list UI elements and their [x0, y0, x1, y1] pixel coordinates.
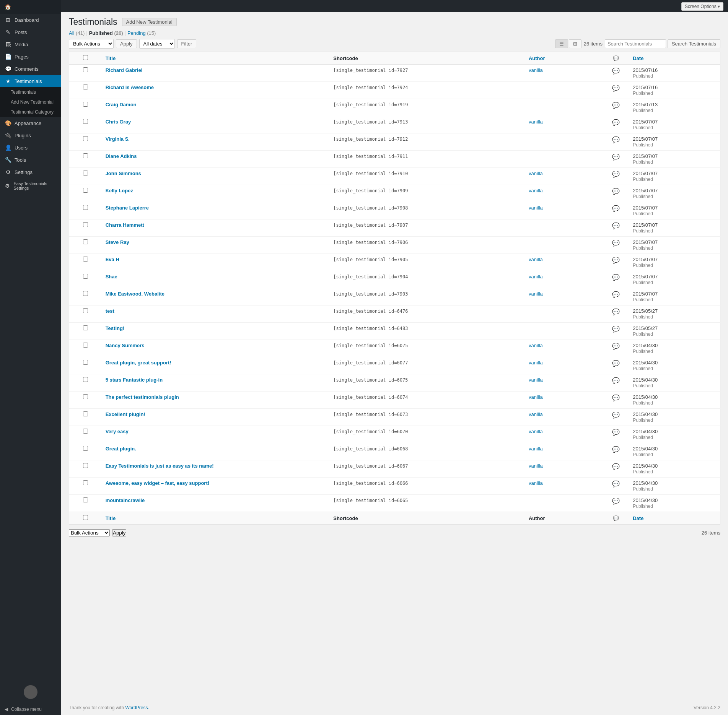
- apply-button-top[interactable]: Apply: [116, 39, 137, 48]
- row-checkbox-14[interactable]: [83, 308, 88, 313]
- row-title-link-1[interactable]: Richard is Awesome: [106, 84, 154, 90]
- row-title-link-21[interactable]: Very easy: [106, 429, 129, 434]
- row-author-link-21[interactable]: vanilla: [529, 429, 543, 434]
- filter-button[interactable]: Filter: [177, 39, 197, 48]
- row-author-link-11[interactable]: vanilla: [529, 257, 543, 262]
- row-checkbox-11[interactable]: [83, 257, 88, 262]
- row-title-link-2[interactable]: Craig Damon: [106, 102, 137, 107]
- add-new-testimonial-button[interactable]: Add New Testimonial: [122, 18, 177, 26]
- row-title-link-4[interactable]: Virginia S.: [106, 136, 130, 142]
- row-checkbox-13[interactable]: [83, 291, 88, 296]
- row-author-link-19[interactable]: vanilla: [529, 394, 543, 400]
- row-author-link-17[interactable]: vanilla: [529, 360, 543, 366]
- sidebar-item-settings[interactable]: ⚙ Settings: [0, 166, 61, 178]
- row-author-link-6[interactable]: vanilla: [529, 171, 543, 176]
- row-title-link-13[interactable]: Mike Eastwood, Webalite: [106, 291, 164, 297]
- row-title-link-17[interactable]: Great plugin, great support!: [106, 360, 171, 366]
- grid-view-button[interactable]: ⊞: [569, 39, 581, 48]
- row-author-link-16[interactable]: vanilla: [529, 343, 543, 348]
- row-checkbox-10[interactable]: [83, 239, 88, 244]
- sidebar-logo[interactable]: 🏠: [0, 0, 61, 14]
- row-title-link-10[interactable]: Steve Ray: [106, 239, 129, 245]
- dates-select[interactable]: All dates July 2015 May 2015 April 2015: [139, 39, 175, 49]
- row-author-link-0[interactable]: vanilla: [529, 67, 543, 73]
- row-author-link-24[interactable]: vanilla: [529, 480, 543, 486]
- row-title-link-12[interactable]: Shae: [106, 274, 117, 280]
- row-title-link-24[interactable]: Awesome, easy widget – fast, easy suppor…: [106, 480, 209, 486]
- th-author-link[interactable]: Author: [529, 55, 545, 61]
- bulk-actions-select-bottom[interactable]: Bulk Actions Edit Move to Trash: [69, 529, 110, 536]
- select-all-bottom-checkbox[interactable]: [83, 515, 88, 520]
- row-title-link-9[interactable]: Charra Hammett: [106, 222, 144, 228]
- row-author-link-12[interactable]: vanilla: [529, 274, 543, 280]
- sidebar-submenu-add-new[interactable]: Add New Testimonial: [0, 97, 61, 107]
- row-checkbox-21[interactable]: [83, 429, 88, 434]
- row-title-link-11[interactable]: Eva H: [106, 257, 119, 262]
- row-author-link-20[interactable]: vanilla: [529, 411, 543, 417]
- row-checkbox-22[interactable]: [83, 446, 88, 451]
- row-checkbox-7[interactable]: [83, 188, 88, 193]
- bulk-actions-select-top[interactable]: Bulk Actions Edit Move to Trash: [69, 39, 114, 49]
- row-checkbox-0[interactable]: [83, 67, 88, 72]
- row-title-link-16[interactable]: Nancy Summers: [106, 343, 145, 348]
- row-author-link-18[interactable]: vanilla: [529, 377, 543, 383]
- sidebar-item-appearance[interactable]: 🎨 Appearance: [0, 117, 61, 129]
- th-title-link[interactable]: Title: [106, 55, 116, 61]
- row-checkbox-6[interactable]: [83, 171, 88, 176]
- row-author-link-3[interactable]: vanilla: [529, 119, 543, 125]
- select-all-checkbox[interactable]: [83, 55, 88, 60]
- row-checkbox-15[interactable]: [83, 325, 88, 330]
- sidebar-item-media[interactable]: 🖼 Media: [0, 38, 61, 50]
- sidebar-item-users[interactable]: 👤 Users: [0, 141, 61, 154]
- apply-button-bottom[interactable]: Apply: [112, 529, 126, 536]
- row-checkbox-25[interactable]: [83, 497, 88, 502]
- row-title-link-7[interactable]: Kelly Lopez: [106, 188, 133, 193]
- row-checkbox-5[interactable]: [83, 153, 88, 158]
- sidebar-item-tools[interactable]: 🔧 Tools: [0, 154, 61, 166]
- row-checkbox-24[interactable]: [83, 480, 88, 485]
- row-author-link-22[interactable]: vanilla: [529, 446, 543, 452]
- row-title-link-23[interactable]: Easy Testimonials is just as easy as its…: [106, 463, 214, 469]
- tfoot-title-link[interactable]: Title: [106, 515, 116, 521]
- row-title-link-19[interactable]: The perfect testimonials plugin: [106, 394, 179, 400]
- sidebar-item-pages[interactable]: 📄 Pages: [0, 50, 61, 63]
- sidebar-submenu-category[interactable]: Testimonial Category: [0, 107, 61, 117]
- row-title-link-6[interactable]: John Simmons: [106, 171, 141, 176]
- row-title-link-3[interactable]: Chris Gray: [106, 119, 131, 125]
- row-checkbox-23[interactable]: [83, 463, 88, 468]
- row-checkbox-8[interactable]: [83, 205, 88, 210]
- sidebar-item-posts[interactable]: ✎ Posts: [0, 26, 61, 38]
- screen-options-button[interactable]: Screen Options ▾: [681, 2, 723, 11]
- row-checkbox-16[interactable]: [83, 343, 88, 348]
- row-checkbox-19[interactable]: [83, 394, 88, 399]
- row-author-link-7[interactable]: vanilla: [529, 188, 543, 193]
- row-checkbox-2[interactable]: [83, 102, 88, 107]
- row-checkbox-17[interactable]: [83, 360, 88, 365]
- row-checkbox-20[interactable]: [83, 411, 88, 416]
- row-author-link-8[interactable]: vanilla: [529, 205, 543, 211]
- tfoot-date-link[interactable]: Date: [633, 515, 643, 521]
- search-button[interactable]: Search Testimonials: [668, 39, 720, 48]
- row-title-link-5[interactable]: Diane Adkins: [106, 153, 137, 159]
- row-title-link-18[interactable]: 5 stars Fantastic plug-in: [106, 377, 163, 383]
- sidebar-submenu-testimonials[interactable]: Testimonials: [0, 87, 61, 97]
- tab-published[interactable]: Published (26): [89, 30, 123, 36]
- row-author-link-13[interactable]: vanilla: [529, 291, 543, 297]
- wp-link[interactable]: WordPress.: [125, 705, 149, 710]
- sidebar-item-plugins[interactable]: 🔌 Plugins: [0, 129, 61, 141]
- row-checkbox-4[interactable]: [83, 136, 88, 141]
- tab-all[interactable]: All (41): [69, 30, 85, 36]
- row-title-link-20[interactable]: Excellent plugin!: [106, 411, 145, 417]
- row-title-link-15[interactable]: Testing!: [106, 325, 125, 331]
- list-view-button[interactable]: ☰: [555, 39, 568, 48]
- tab-pending[interactable]: Pending (15): [127, 30, 156, 36]
- sidebar-item-comments[interactable]: 💬 Comments: [0, 63, 61, 75]
- row-title-link-22[interactable]: Great plugin.: [106, 446, 136, 452]
- row-author-link-23[interactable]: vanilla: [529, 463, 543, 469]
- row-checkbox-1[interactable]: [83, 84, 88, 89]
- th-date-link[interactable]: Date: [633, 55, 643, 61]
- sidebar-collapse[interactable]: ◀ Collapse menu: [0, 704, 61, 715]
- row-title-link-0[interactable]: Richard Gabriel: [106, 67, 143, 73]
- row-title-link-14[interactable]: test: [106, 308, 114, 314]
- row-title-link-25[interactable]: mountaincrawlie: [106, 497, 145, 503]
